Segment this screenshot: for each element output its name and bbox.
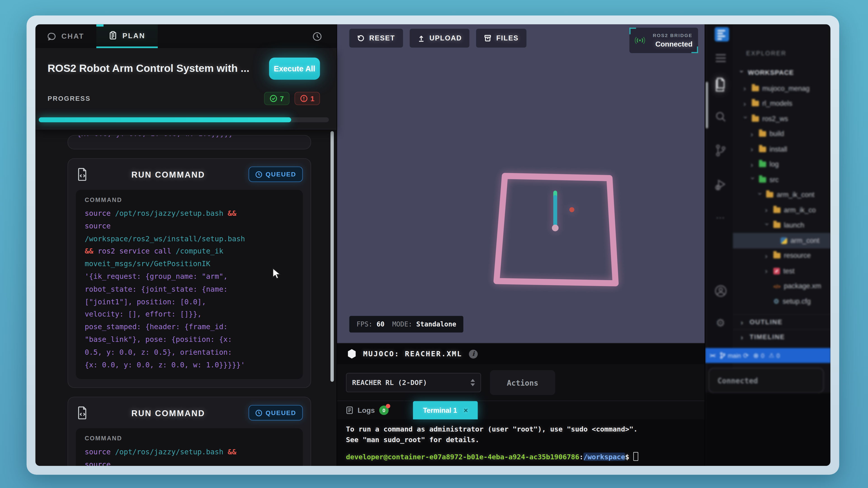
tree-item-arm_ik_cont[interactable]: ›arm_ik_cont [733, 187, 830, 202]
workspace-root[interactable]: › WORKSPACE [740, 69, 831, 76]
close-icon[interactable]: × [464, 406, 468, 415]
errors-indicator[interactable]: 0 [753, 352, 764, 359]
run-command-card[interactable]: RUN COMMAND QUEUED COMMAND source /opt/r… [68, 397, 311, 466]
files-button[interactable]: FILES [476, 29, 526, 47]
tree-item-resource[interactable]: ›resource [733, 248, 830, 263]
terminal-tabbar: Logs 0 Terminal 1 × [337, 400, 705, 419]
ide-status-bar[interactable]: >< main 0 0 [705, 348, 830, 363]
run-debug-icon[interactable] [714, 178, 727, 192]
account-icon[interactable] [714, 285, 727, 298]
tab-terminal-1[interactable]: Terminal 1 × [413, 401, 478, 420]
settings-gear-icon[interactable]: ⚙ [716, 317, 725, 329]
tab-chat-label: CHAT [61, 32, 84, 40]
ide-sidebar: ⋯ ⚙ EXPLORER › WORKSPACE ›mujoco_menag›r… [705, 24, 831, 466]
sidebar-scrollbar-thumb[interactable] [706, 82, 708, 128]
chevron-right-icon: › [743, 100, 748, 107]
tree-item-label: arm_ik_co [784, 206, 816, 214]
reset-icon [357, 34, 365, 42]
tree-item-build[interactable]: ›build [733, 127, 830, 142]
mujoco-viewport[interactable]: RESET UPLOAD FILES [337, 24, 705, 343]
terminal-output[interactable]: To run a command as administrator (user … [337, 419, 705, 462]
search-icon[interactable] [714, 111, 726, 123]
remote-icon[interactable]: >< [710, 352, 715, 359]
reset-button[interactable]: RESET [349, 29, 403, 47]
plan-step-list[interactable]: {x: 0.0, y: 0.0, z: 0.0, w: 1.0}}}}}' RU… [35, 129, 337, 466]
tree-item-label: launch [784, 221, 804, 229]
terminal-line: See "man sudo_root" for details. [346, 434, 705, 445]
actions-button[interactable]: Actions [490, 370, 555, 395]
tree-item-setup.cfg[interactable]: setup.cfg [733, 294, 830, 309]
explorer-files-icon[interactable] [714, 77, 726, 92]
info-icon[interactable]: i [469, 350, 478, 358]
screenshot-stage: CHAT PLAN [0, 0, 868, 488]
error-count-badge: 1 [294, 92, 320, 105]
file-code-icon [77, 406, 88, 420]
tree-item-label: rl_models [762, 100, 792, 107]
tree-item-arm_cont[interactable]: arm_cont [733, 233, 830, 248]
chevron-right-icon: › [743, 85, 748, 92]
tree-item-ros2_ws[interactable]: ›ros2_ws [733, 111, 830, 126]
more-actions-icon[interactable]: ⋯ [716, 213, 725, 223]
code-line: source /opt/ros/jazzy/setup.bash && [85, 207, 294, 220]
upload-button[interactable]: UPLOAD [409, 29, 469, 47]
model-controls: REACHER RL (2-DOF) Actions [337, 364, 705, 400]
model-title: MUJOCO: REACHER.XML [363, 350, 463, 358]
ide-logo-icon[interactable] [715, 27, 729, 41]
source-control-icon[interactable] [714, 144, 726, 157]
bridge-status: Connected [646, 40, 692, 48]
code-line: robot_state: {joint_state: {name: [85, 283, 294, 296]
tab-plan[interactable]: PLAN [96, 24, 157, 48]
tree-item-rl_models[interactable]: ›rl_models [733, 96, 830, 111]
tree-item-arm_ik_co[interactable]: ›arm_ik_co [733, 202, 830, 218]
folder-icon [759, 147, 766, 152]
prompt-user: developer@container-e07a8972-b01e-4eba-a… [346, 453, 579, 461]
explorer-sections: ›OUTLINE ›TIMELINE [733, 314, 830, 344]
fps-value: 60 [377, 320, 384, 328]
terminal-prompt: developer@container-e07a8972-b01e-4eba-a… [346, 451, 705, 462]
tree-item-log[interactable]: ›log [733, 157, 830, 172]
execute-all-button[interactable]: Execute All [269, 58, 320, 80]
signal-icon [634, 35, 646, 45]
tree-item-launch[interactable]: ›launch [733, 218, 830, 233]
git-branch-indicator[interactable]: main [719, 352, 749, 359]
clock-icon [255, 171, 262, 178]
tree-item-test[interactable]: ›test [733, 263, 830, 279]
clipboard-icon [108, 31, 117, 40]
model-select-dropdown[interactable]: REACHER RL (2-DOF) [346, 373, 481, 392]
explorer-pane: EXPLORER › WORKSPACE ›mujoco_menag›rl_mo… [733, 24, 830, 393]
command-label: COMMAND [85, 196, 294, 203]
warnings-indicator[interactable]: 0 [769, 352, 780, 359]
chevron-right-icon: › [751, 130, 756, 138]
tab-chat[interactable]: CHAT [35, 24, 96, 48]
file-code-icon [77, 168, 88, 181]
tree-item-label: ros2_ws [762, 115, 788, 123]
command-code-lines: source /opt/ros/jazzy/setup.bash &&sourc… [85, 207, 294, 371]
arm-joint-ball [552, 225, 559, 231]
timeline-section[interactable]: ›TIMELINE [733, 329, 830, 344]
model-select-value: REACHER RL (2-DOF) [352, 379, 471, 387]
menu-icon[interactable] [715, 54, 725, 64]
bridge-name: ROS2 BRIDGE [646, 33, 692, 38]
chevron-right-icon: › [741, 333, 746, 341]
outline-section[interactable]: ›OUTLINE [733, 314, 830, 329]
tree-item-label: log [770, 161, 779, 168]
tab-logs[interactable]: Logs 0 [337, 401, 397, 420]
code-line: source /opt/ros/jazzy/setup.bash && [85, 446, 294, 459]
tree-item-src[interactable]: ›src [733, 172, 830, 187]
code-line: velocity: [], effort: []}}, [85, 308, 294, 321]
code-line: && ros2 service call /compute_ik [85, 246, 294, 258]
command-code-lines: source /opt/ros/jazzy/setup.bash &&sourc… [85, 446, 294, 466]
tree-item-package.xm[interactable]: package.xm [733, 279, 830, 294]
tree-item-label: mujoco_menag [762, 85, 809, 92]
ros2-bridge-badge: ROS2 BRIDGE Connected [629, 28, 698, 53]
progress-bar-fill [39, 117, 291, 122]
history-clock-icon[interactable] [312, 32, 322, 41]
chevron-updown-icon [471, 379, 475, 386]
tree-item-install[interactable]: ›install [733, 142, 830, 157]
mouse-cursor [272, 268, 282, 280]
tree-item-label: setup.cfg [782, 297, 811, 305]
plan-scrollbar-thumb[interactable] [331, 131, 334, 382]
chevron-down-icon: › [739, 70, 746, 75]
folder-icon [773, 223, 780, 228]
tree-item-mujoco_menag[interactable]: ›mujoco_menag [733, 81, 830, 96]
